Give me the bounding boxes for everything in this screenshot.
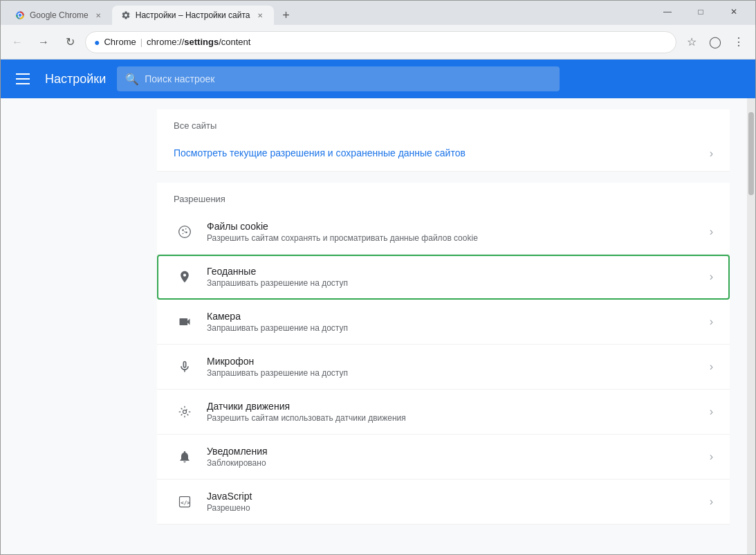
notifications-subtitle: Заблокировано bbox=[207, 458, 699, 468]
hamburger-line2 bbox=[16, 78, 30, 80]
reload-button[interactable]: ↻ bbox=[59, 31, 81, 53]
svg-point-6 bbox=[185, 232, 187, 234]
scrollbar-track[interactable] bbox=[747, 98, 755, 554]
bookmark-button[interactable]: ☆ bbox=[681, 31, 703, 53]
javascript-item[interactable]: </> JavaScript Разрешено › bbox=[157, 480, 730, 525]
browser-window: Google Chrome ✕ Настройки – Настройки са… bbox=[0, 0, 756, 555]
svg-point-5 bbox=[185, 228, 187, 230]
settings-content: Все сайты Посмотреть текущие разрешения … bbox=[146, 109, 741, 525]
svg-point-8 bbox=[184, 231, 185, 233]
close-button[interactable]: ✕ bbox=[718, 1, 750, 22]
motion-item[interactable]: Датчики движения Разрешить сайтам исполь… bbox=[157, 390, 730, 435]
microphone-title: Микрофон bbox=[207, 356, 699, 367]
chrome-favicon bbox=[15, 10, 26, 21]
all-sites-item-text: Посмотреть текущие разрешения и сохранен… bbox=[174, 147, 699, 160]
all-sites-arrow: › bbox=[710, 147, 713, 160]
tab2-label: Настройки – Настройки сайта bbox=[136, 10, 250, 20]
svg-text:</>: </> bbox=[181, 500, 190, 506]
javascript-text: JavaScript Разрешено bbox=[207, 491, 699, 513]
all-sites-item[interactable]: Посмотреть текущие разрешения и сохранен… bbox=[157, 136, 730, 172]
js-icon: </> bbox=[174, 491, 196, 513]
sidebar bbox=[1, 98, 146, 554]
tab-google-chrome[interactable]: Google Chrome ✕ bbox=[6, 6, 112, 25]
all-sites-section: Все сайты Посмотреть текущие разрешения … bbox=[157, 109, 730, 172]
search-icon: 🔍 bbox=[125, 73, 139, 86]
tab1-close[interactable]: ✕ bbox=[93, 10, 104, 21]
microphone-text: Микрофон Запрашивать разрешение на досту… bbox=[207, 356, 699, 378]
scrollbar-thumb[interactable] bbox=[748, 112, 754, 195]
cookies-title: Файлы cookie bbox=[207, 221, 699, 232]
geodata-arrow: › bbox=[710, 271, 713, 283]
camera-subtitle: Запрашивать разрешение на доступ bbox=[207, 323, 699, 333]
svg-point-9 bbox=[183, 410, 187, 414]
geodata-subtitle: Запрашивать разрешение на доступ bbox=[207, 278, 699, 288]
settings-favicon bbox=[120, 10, 131, 21]
location-icon bbox=[174, 266, 196, 288]
all-sites-item-title: Посмотреть текущие разрешения и сохранен… bbox=[174, 147, 699, 158]
search-input[interactable] bbox=[145, 73, 551, 84]
new-tab-button[interactable]: + bbox=[277, 6, 296, 25]
tab1-label: Google Chrome bbox=[30, 10, 89, 20]
settings-header: Настройки 🔍 bbox=[1, 60, 755, 98]
microphone-item[interactable]: Микрофон Запрашивать разрешение на досту… bbox=[157, 345, 730, 390]
motion-icon bbox=[174, 401, 196, 423]
section-gap1 bbox=[146, 172, 741, 183]
motion-text: Датчики движения Разрешить сайтам исполь… bbox=[207, 401, 699, 423]
forward-button[interactable]: → bbox=[33, 31, 55, 53]
motion-subtitle: Разрешить сайтам использовать датчики дв… bbox=[207, 413, 699, 423]
microphone-icon bbox=[174, 356, 196, 378]
hamburger-line3 bbox=[16, 83, 30, 84]
svg-point-4 bbox=[182, 229, 184, 231]
cookies-subtitle: Разрешить сайтам сохранять и просматрива… bbox=[207, 233, 699, 243]
tab-settings[interactable]: Настройки – Настройки сайта ✕ bbox=[112, 6, 274, 25]
javascript-subtitle: Разрешено bbox=[207, 503, 699, 513]
geodata-text: Геоданные Запрашивать разрешение на дост… bbox=[207, 266, 699, 288]
secure-icon: ● bbox=[94, 37, 100, 48]
maximize-button[interactable]: □ bbox=[685, 1, 717, 22]
cookie-icon bbox=[174, 221, 196, 243]
hamburger-line1 bbox=[16, 73, 30, 75]
camera-text: Камера Запрашивать разрешение на доступ bbox=[207, 311, 699, 333]
search-box[interactable]: 🔍 bbox=[117, 66, 560, 91]
hamburger-menu[interactable] bbox=[12, 68, 34, 90]
url-actions: ☆ ◯ ⋮ bbox=[681, 31, 750, 53]
account-button[interactable]: ◯ bbox=[704, 31, 726, 53]
menu-button[interactable]: ⋮ bbox=[728, 31, 750, 53]
cookies-arrow: › bbox=[710, 226, 713, 238]
titlebar: Google Chrome ✕ Настройки – Настройки са… bbox=[1, 1, 755, 25]
microphone-arrow: › bbox=[710, 361, 713, 373]
back-button[interactable]: ← bbox=[6, 31, 28, 53]
motion-arrow: › bbox=[710, 406, 713, 418]
javascript-arrow: › bbox=[710, 495, 713, 508]
url-bar[interactable]: ● Chrome | chrome://settings/content bbox=[85, 31, 676, 53]
camera-icon bbox=[174, 311, 196, 333]
notifications-text: Уведомления Заблокировано bbox=[207, 446, 699, 468]
geodata-title: Геоданные bbox=[207, 266, 699, 277]
content-area: Все сайты Посмотреть текущие разрешения … bbox=[146, 98, 755, 554]
addressbar: ← → ↻ ● Chrome | chrome://settings/conte… bbox=[1, 25, 755, 60]
main-layout: Все сайты Посмотреть текущие разрешения … bbox=[1, 98, 755, 554]
svg-point-7 bbox=[183, 233, 184, 235]
cookies-item[interactable]: Файлы cookie Разрешить сайтам сохранять … bbox=[157, 210, 730, 255]
javascript-title: JavaScript bbox=[207, 491, 699, 502]
url-separator: | bbox=[140, 37, 142, 47]
tab2-close[interactable]: ✕ bbox=[255, 10, 266, 21]
camera-arrow: › bbox=[710, 316, 713, 328]
url-scheme: Chrome bbox=[104, 37, 136, 47]
camera-title: Камера bbox=[207, 311, 699, 322]
notifications-arrow: › bbox=[710, 451, 713, 463]
notifications-item[interactable]: Уведомления Заблокировано › bbox=[157, 435, 730, 480]
bell-icon bbox=[174, 446, 196, 468]
notifications-title: Уведомления bbox=[207, 446, 699, 457]
camera-item[interactable]: Камера Запрашивать разрешение на доступ … bbox=[157, 300, 730, 345]
minimize-button[interactable]: — bbox=[652, 1, 683, 22]
geodata-item[interactable]: Геоданные Запрашивать разрешение на дост… bbox=[157, 255, 730, 300]
url-path: chrome://settings/content bbox=[147, 37, 250, 47]
url-highlight: settings bbox=[184, 37, 219, 47]
cookies-text: Файлы cookie Разрешить сайтам сохранять … bbox=[207, 221, 699, 243]
permissions-section: Разрешения Файлы cookie Разрешить сайтам… bbox=[157, 183, 730, 525]
permissions-label: Разрешения bbox=[157, 183, 730, 210]
microphone-subtitle: Запрашивать разрешение на доступ bbox=[207, 368, 699, 378]
motion-title: Датчики движения bbox=[207, 401, 699, 412]
svg-point-2 bbox=[19, 14, 22, 17]
